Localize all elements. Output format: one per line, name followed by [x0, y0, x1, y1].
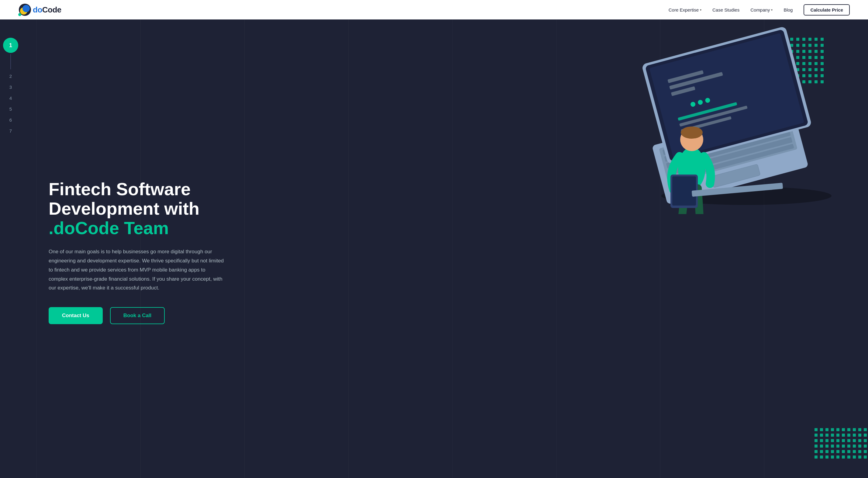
chevron-down-icon: ▾: [771, 8, 773, 11]
calculate-price-button[interactable]: Calculate Price: [804, 4, 850, 16]
sidebar-item-6[interactable]: 6: [5, 114, 16, 125]
svg-point-3: [18, 13, 21, 16]
hero-description: One of our main goals is to help busines…: [49, 247, 225, 293]
navbar: doCode Core Expertise ▾ Case Studies Com…: [0, 0, 868, 20]
hero-title: Fintech Software Development with .doCod…: [49, 179, 225, 237]
svg-point-2: [23, 5, 30, 12]
svg-point-28: [681, 126, 703, 139]
nav-links: Core Expertise ▾ Case Studies Company ▾ …: [669, 4, 850, 16]
sidebar-page-nav: 1 2 3 4 5 6 7: [0, 20, 21, 478]
hero-illustration: [347, 20, 868, 478]
sidebar-item-3[interactable]: 3: [5, 82, 16, 92]
logo[interactable]: doCode: [18, 3, 61, 17]
sidebar-item-1[interactable]: 1: [3, 38, 18, 53]
sidebar-item-7[interactable]: 7: [5, 125, 16, 136]
laptop-illustration: [631, 26, 850, 208]
sidebar-item-4[interactable]: 4: [5, 92, 16, 103]
sidebar-item-5[interactable]: 5: [5, 103, 16, 114]
dots-grid-bottom-right: [814, 428, 868, 460]
nav-item-blog[interactable]: Blog: [783, 7, 793, 12]
hero-section: 1 2 3 4 5 6 7 Fintech Software Developme…: [0, 20, 868, 478]
logo-text: doCode: [33, 5, 61, 14]
chevron-down-icon: ▾: [700, 8, 702, 11]
hero-buttons: Contact Us Book a Call: [49, 307, 225, 324]
sidebar-item-2[interactable]: 2: [5, 70, 16, 82]
book-a-call-button[interactable]: Book a Call: [110, 307, 165, 324]
sidebar-line: [10, 54, 11, 69]
nav-item-company[interactable]: Company ▾: [750, 7, 773, 12]
nav-item-casestudies[interactable]: Case Studies: [712, 7, 739, 12]
nav-item-expertise[interactable]: Core Expertise ▾: [669, 7, 702, 12]
contact-us-button[interactable]: Contact Us: [49, 307, 103, 324]
hero-content: Fintech Software Development with .doCod…: [36, 20, 243, 478]
nav-cta[interactable]: Calculate Price: [804, 4, 850, 16]
